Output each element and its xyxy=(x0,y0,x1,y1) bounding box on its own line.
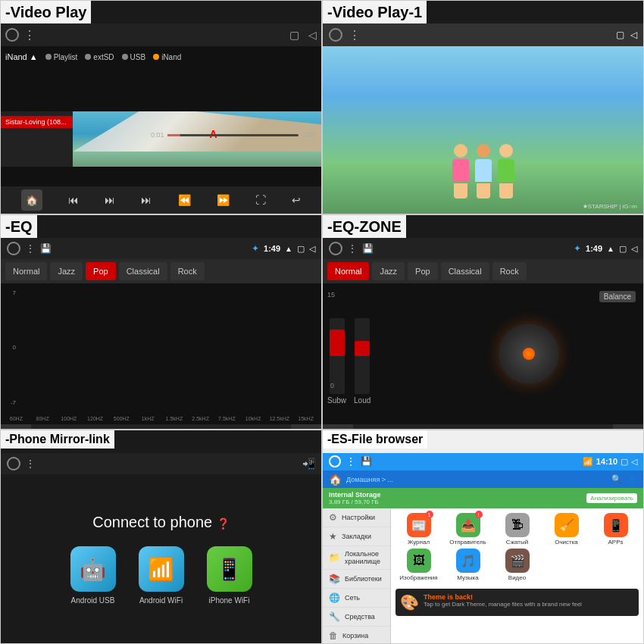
pm-android-wifi-icon[interactable]: 📶 xyxy=(139,546,184,592)
eq-zone-back[interactable]: ◁ xyxy=(631,244,637,254)
es-sidebar-local[interactable]: 📁 Локальное хранилище xyxy=(323,546,390,570)
eq-preset-rock[interactable]: Rock xyxy=(170,262,205,280)
eq-bar-500hz[interactable]: 500HZ xyxy=(109,414,134,421)
eq-preset-normal[interactable]: Normal xyxy=(5,262,47,280)
vp-prev-button[interactable]: ⏮ xyxy=(68,194,79,206)
es-music-icon[interactable]: 🎵 xyxy=(456,549,480,573)
eq-zone-balance-btn[interactable]: Balance xyxy=(599,291,636,302)
eq-zone-menu[interactable]: ⋮ xyxy=(347,242,358,255)
pm-cast-icon[interactable]: 📲 xyxy=(302,458,315,470)
es-sidebar-bookmarks[interactable]: ★ Закладки xyxy=(323,527,390,546)
es-menu[interactable]: ⋮ xyxy=(345,455,356,467)
es-app-apps[interactable]: 📱 APPs xyxy=(592,513,639,546)
es-search-icon[interactable]: 🔍 xyxy=(611,474,622,484)
eq-bar-125khz[interactable]: 12.5kHZ xyxy=(267,414,292,421)
eq-zone-preset-rock[interactable]: Rock xyxy=(492,262,527,280)
eq-zone-back-btn[interactable]: ↩ xyxy=(613,424,643,430)
es-app-music[interactable]: 🎵 Музыка xyxy=(445,549,491,581)
es-sender-badge: ! xyxy=(475,511,483,518)
vp-fast-forward-button[interactable]: ⏩ xyxy=(217,194,230,206)
es-sidebar-network[interactable]: 🌐 Сеть xyxy=(323,589,390,608)
eq-zone-home-btn[interactable]: 🏠 xyxy=(323,424,353,430)
eq-bar-15khz[interactable]: 1.5kHZ xyxy=(162,414,187,421)
pm-help-icon[interactable]: ❓ xyxy=(217,517,230,530)
vp-progress-bar[interactable]: 0:01 3:38 xyxy=(145,130,321,140)
es-app-images[interactable]: 🖼 Изображения xyxy=(395,549,442,581)
es-back[interactable]: ◁ xyxy=(631,457,637,467)
eq-zone-save[interactable]: 💾 xyxy=(362,243,374,254)
es-sidebar-tools[interactable]: 🔧 Средства xyxy=(323,608,390,627)
eq-bar-60hz[interactable]: 60HZ xyxy=(4,414,29,421)
es-app-archive[interactable]: 🗜 Сжатый xyxy=(494,513,540,546)
eq-zone-preset-jazz[interactable]: Jazz xyxy=(372,262,405,280)
zone-bar-loud[interactable]: Loud xyxy=(354,318,370,405)
vp-next-button[interactable]: ⏭ xyxy=(141,194,152,206)
eq-bar-100hz[interactable]: 100HZ xyxy=(57,414,82,421)
eq-bar-80hz[interactable]: 80HZ xyxy=(30,414,55,421)
eq-zone-footer: 🏠 EQ ZONE ↩ xyxy=(323,424,643,430)
pm-iphone-wifi-icon[interactable]: 📱 xyxy=(207,546,252,592)
eq-bar-15k[interactable]: 15kHZ xyxy=(293,414,318,421)
eq-bar-10khz[interactable]: 10kHZ xyxy=(241,414,266,421)
es-sidebar-libraries[interactable]: 📚 Библиотеки xyxy=(323,570,390,589)
eq-zone-knob[interactable] xyxy=(499,324,559,384)
es-sidebar-settings[interactable]: ⚙ Настройки xyxy=(323,508,390,527)
eq-back-button[interactable]: ↩ xyxy=(291,424,321,430)
es-sender-icon[interactable]: 📤 ! xyxy=(456,513,480,537)
zone-bar-subw[interactable]: Subw xyxy=(327,318,346,405)
vp-rewind-button[interactable]: ⏪ xyxy=(178,194,191,206)
eq-bar-1khz[interactable]: 1kHZ xyxy=(136,414,161,421)
es-tools-label: Средства xyxy=(345,613,375,621)
vp-tab-inand[interactable]: iNand xyxy=(153,53,181,61)
es-theme-banner[interactable]: 🎨 Theme is back! Tap to get Dark Theme, … xyxy=(395,589,639,616)
es-app-journal[interactable]: 📰 1 Журнал xyxy=(395,513,442,546)
es-video-icon[interactable]: 🎬 xyxy=(505,549,530,573)
es-journal-label: Журнал xyxy=(408,539,430,546)
es-app-clean[interactable]: 🧹 Очистка xyxy=(543,513,589,546)
zone-bar-track-loud[interactable] xyxy=(355,318,370,394)
vp-menu-dots[interactable]: ⋮ xyxy=(23,28,36,42)
vp-playlist-item[interactable]: Sistar-Loving (108... xyxy=(1,116,73,128)
es-app-video[interactable]: 🎬 Видео xyxy=(494,549,540,581)
eq-bar-75khz[interactable]: 7.5kHZ xyxy=(214,414,239,421)
vp-dropdown[interactable]: iNand ▲ xyxy=(5,52,38,61)
vp-skip-back-button[interactable]: ⏭ xyxy=(105,194,115,206)
eq-header-right: ✦ 1:49 ▲ ▢ ◁ xyxy=(252,243,315,254)
eq-preset-classical[interactable]: Classical xyxy=(119,262,167,280)
pm-menu[interactable]: ⋮ xyxy=(25,458,36,470)
eq-save-icon[interactable]: 💾 xyxy=(40,243,52,254)
es-save[interactable]: 💾 xyxy=(361,456,372,467)
vp-tab-playlist[interactable]: Playlist xyxy=(45,53,78,61)
vp-return-button[interactable]: ↩ xyxy=(292,194,301,206)
eq-back-icon[interactable]: ◁ xyxy=(309,244,315,254)
eq-zone-preset-pop[interactable]: Pop xyxy=(408,262,438,280)
es-home-icon[interactable]: 🏠 xyxy=(329,474,342,486)
es-user-icon[interactable]: 👤 xyxy=(627,474,637,484)
eq-preset-pop[interactable]: Pop xyxy=(86,262,116,280)
vp-tab-extsd[interactable]: extSD xyxy=(85,53,114,61)
es-clean-icon[interactable]: 🧹 xyxy=(555,513,579,537)
eq-bar-120hz[interactable]: 120HZ xyxy=(83,414,108,421)
es-apps-icon[interactable]: 📱 xyxy=(604,513,628,537)
eq-menu-dots[interactable]: ⋮ xyxy=(25,242,36,255)
es-archive-icon[interactable]: 🗜 xyxy=(505,513,530,537)
vp-fullscreen-button[interactable]: ⛶ xyxy=(255,194,266,206)
es-app-sender[interactable]: 📤 ! Отправитель xyxy=(445,513,491,546)
es-nav: 🏠 Домашняя > ... 🔍 👤 xyxy=(323,470,643,488)
es-analyze-btn[interactable]: Анализировать xyxy=(586,493,637,503)
es-sidebar-trash[interactable]: 🗑 Корзина xyxy=(323,627,390,644)
eq-bar-25khz[interactable]: 2.5kHZ xyxy=(188,414,213,421)
vp-back-icon[interactable]: ◁ xyxy=(308,29,317,41)
eq-zone-preset-normal[interactable]: Normal xyxy=(327,262,369,280)
vp1-back[interactable]: ◁ xyxy=(630,30,637,40)
vp-bar-track[interactable] xyxy=(167,134,299,136)
eq-zone-preset-classical[interactable]: Classical xyxy=(441,262,489,280)
es-journal-icon[interactable]: 📰 1 xyxy=(407,513,431,537)
pm-android-usb-icon[interactable]: 🤖 xyxy=(70,546,116,592)
vp-tab-usb[interactable]: USB xyxy=(122,53,146,61)
eq-home-button[interactable]: 🏠 xyxy=(1,424,31,430)
es-images-icon[interactable]: 🖼 xyxy=(407,549,431,573)
vp1-menu[interactable]: ⋮ xyxy=(349,28,361,42)
eq-preset-jazz[interactable]: Jazz xyxy=(50,262,83,280)
vp-home-button[interactable]: 🏠 xyxy=(21,189,42,211)
